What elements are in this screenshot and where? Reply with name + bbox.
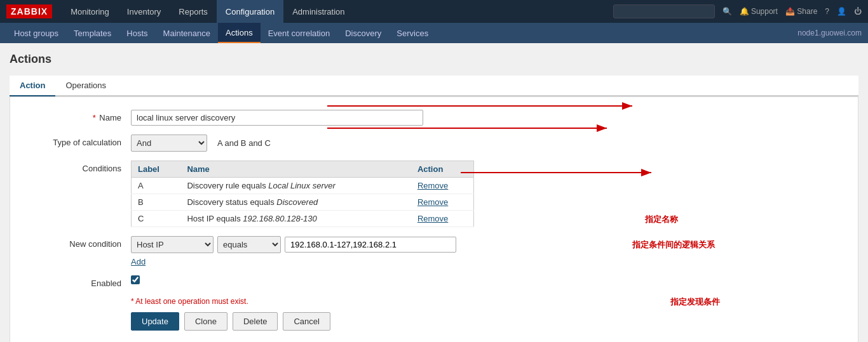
support-link[interactable]: 🔔 Support: [740, 7, 778, 16]
calc-controls: And Or And/Or Custom expression A and B …: [131, 135, 271, 152]
page-content: Actions Action Operations * Name: [0, 43, 868, 342]
warning-text: * At least one operation must exist.: [131, 297, 839, 306]
conditions-row: Conditions Label Name Action A: [29, 161, 839, 227]
enabled-label: Enabled: [29, 275, 131, 288]
discovery-arrow: [454, 160, 670, 185]
clone-button[interactable]: Clone: [184, 312, 227, 331]
conditions-label: Conditions: [29, 161, 131, 173]
top-nav-right: 🔍 🔔 Support 📤 Share ? 👤 ⏻: [613, 4, 862, 18]
col-action-header: Action: [411, 161, 474, 178]
table-row: B Discovery status equals Discovered Rem…: [132, 194, 474, 211]
tabs: Action Operations: [10, 76, 858, 96]
conditions-table: Label Name Action A Discovery rule equal…: [131, 161, 474, 227]
name-annotation: 指定名称: [645, 214, 678, 225]
new-cond-op-select[interactable]: equals does not equal contains: [217, 236, 281, 253]
delete-button[interactable]: Delete: [233, 312, 278, 331]
cond-name-c: Host IP equals 192.168.80.128-130: [180, 211, 410, 227]
subnav-actions[interactable]: Actions: [218, 23, 261, 43]
col-label-header: Label: [132, 161, 181, 178]
logo[interactable]: ZABBIX: [6, 4, 52, 18]
user-icon[interactable]: 👤: [837, 7, 846, 16]
enabled-row: Enabled: [29, 275, 839, 288]
subnav-maintenance[interactable]: Maintenance: [156, 23, 218, 43]
subnav-templates[interactable]: Templates: [66, 23, 119, 43]
cond-label-a: A: [132, 178, 181, 194]
remove-b[interactable]: Remove: [417, 197, 448, 207]
calc-row: Type of calculation And Or And/Or Custom…: [29, 135, 839, 152]
new-cond-value-input[interactable]: [285, 237, 456, 253]
enabled-checkbox[interactable]: [131, 275, 140, 284]
add-link[interactable]: Add: [131, 257, 146, 266]
nav-reports[interactable]: Reports: [170, 0, 217, 23]
new-condition-label: New condition: [29, 236, 131, 249]
new-cond-row: Host IP Discovery rule Discovery status …: [131, 236, 456, 253]
discovery-annotation: 指定发现条件: [670, 296, 720, 308]
update-button[interactable]: Update: [131, 312, 179, 331]
cond-label-c: C: [132, 211, 181, 227]
button-row: Update Clone Delete Cancel: [131, 312, 839, 331]
name-input[interactable]: [131, 110, 423, 126]
col-name-header: Name: [180, 161, 410, 178]
table-row: C Host IP equals 192.168.80.128-130 Remo…: [132, 211, 474, 227]
node-label: node1.guowei.com: [797, 29, 862, 37]
new-condition-controls: Host IP Discovery rule Discovery status …: [131, 236, 456, 266]
remove-a[interactable]: Remove: [417, 181, 448, 190]
power-icon[interactable]: ⏻: [854, 7, 862, 16]
form-area: * Name 指定名称 Type of calculation: [10, 96, 858, 342]
new-condition-row: New condition Host IP Discovery rule Dis…: [29, 236, 839, 266]
conditions-container: Label Name Action A Discovery rule equal…: [131, 161, 474, 227]
subnav-hosts[interactable]: Hosts: [119, 23, 155, 43]
remove-c[interactable]: Remove: [417, 214, 448, 223]
cancel-button[interactable]: Cancel: [283, 312, 330, 331]
enabled-checkbox-area: [131, 275, 140, 284]
nav-configuration[interactable]: Configuration: [217, 0, 283, 23]
nav-inventory[interactable]: Inventory: [118, 0, 170, 23]
subnav-discovery[interactable]: Discovery: [337, 23, 389, 43]
name-row: * Name 指定名称: [29, 110, 839, 126]
calc-select[interactable]: And Or And/Or Custom expression: [131, 135, 207, 152]
nav-monitoring[interactable]: Monitoring: [62, 0, 118, 23]
top-navigation: ZABBIX Monitoring Inventory Reports Conf…: [0, 0, 868, 23]
main-wrapper: * Name 指定名称 Type of calculation: [10, 96, 858, 342]
share-link[interactable]: 📤 Share: [785, 7, 817, 16]
calc-label: Type of calculation: [29, 135, 131, 147]
required-star: *: [93, 113, 96, 122]
page-title: Actions: [10, 53, 858, 66]
subnav-services[interactable]: Services: [389, 23, 436, 43]
search-input[interactable]: [613, 4, 715, 18]
cond-name-b: Discovery status equals Discovered: [180, 194, 410, 211]
subnav-event-correlation[interactable]: Event correlation: [261, 23, 338, 43]
name-label: * Name: [29, 110, 131, 122]
top-nav-links: Monitoring Inventory Reports Configurati…: [62, 0, 353, 23]
tab-action[interactable]: Action: [10, 76, 55, 96]
tab-operations[interactable]: Operations: [55, 76, 116, 96]
new-cond-type-select[interactable]: Host IP Discovery rule Discovery status …: [131, 236, 214, 253]
cond-name-a: Discovery rule equals Local Linux server: [180, 178, 410, 194]
calc-annotation: 指定条件间的逻辑关系: [632, 239, 715, 251]
calc-expression: A and B and C: [217, 138, 271, 148]
help-link[interactable]: ?: [825, 7, 829, 16]
subnav-host-groups[interactable]: Host groups: [6, 23, 66, 43]
table-row: A Discovery rule equals Local Linux serv…: [132, 178, 474, 194]
nav-administration[interactable]: Administration: [283, 0, 353, 23]
sub-navigation: Host groups Templates Hosts Maintenance …: [0, 23, 868, 43]
cond-label-b: B: [132, 194, 181, 211]
search-icon[interactable]: 🔍: [722, 7, 732, 16]
